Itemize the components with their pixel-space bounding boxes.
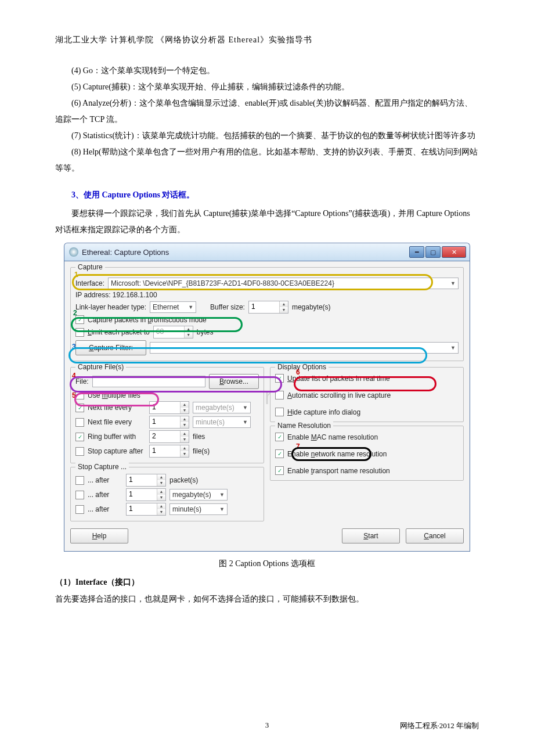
titlebar: Ethereal: Capture Options ━ ▢ ✕ — [64, 243, 470, 261]
ring-checkbox[interactable]: ✓ — [75, 433, 84, 441]
stop-size-label: ... after — [88, 491, 122, 499]
annot-num-5: 5 — [72, 391, 76, 399]
interface-label: Interface: — [75, 279, 104, 287]
net-label: Enable network name resolution — [287, 450, 387, 458]
trans-checkbox[interactable]: ✓ — [275, 466, 284, 475]
annot-num-6: 6 — [296, 368, 300, 376]
file-input[interactable] — [92, 376, 205, 387]
section3-body: 要想获得一个跟踪记录，我们首先从 Capture(捕获)菜单中选择“Captur… — [55, 206, 479, 238]
nextfile-size-spinner[interactable]: ▲▼ — [149, 401, 189, 414]
stop-packets-checkbox[interactable] — [75, 476, 84, 485]
sub1-heading: （1）Interface（接口） — [55, 577, 479, 588]
buffer-size-label: Buffer size: — [210, 303, 245, 311]
stop-time-label: ... after — [88, 505, 122, 513]
nextfile-size-unit[interactable]: megabyte(s)▼ — [193, 402, 251, 413]
stop-time-spinner[interactable]: ▲▼ — [126, 503, 166, 516]
limit-checkbox[interactable] — [75, 328, 84, 337]
nextfile-time-unit[interactable]: minute(s)▼ — [193, 416, 251, 428]
annot-num-2: 2 — [73, 309, 77, 317]
display-group-title: Display Options — [275, 363, 329, 371]
capture-filter-combo[interactable]: ▼ — [150, 342, 459, 354]
annot-num-3: 3 — [72, 343, 76, 351]
stop-packets-spinner[interactable]: ▲▼ — [126, 474, 166, 487]
stop-after-label: Stop capture after — [88, 447, 146, 455]
promiscuous-label: Capture packets in promiscuous mode — [88, 316, 207, 324]
stop-time-unit[interactable]: minute(s)▼ — [169, 503, 228, 515]
mac-label: Enable MAC name resolution — [287, 433, 378, 441]
limit-input[interactable] — [154, 326, 184, 337]
figure-caption: 图 2 Caption Options 选项框 — [55, 559, 479, 569]
interface-select[interactable]: Microsoft: \Device\NPF_{B81B723F-A2D1-4D… — [108, 278, 459, 289]
multi-files-checkbox[interactable] — [75, 391, 84, 399]
page-footer: 3 网络工程系·2012 年编制 — [55, 721, 479, 730]
capture-group-title: Capture — [75, 263, 105, 271]
capture-options-dialog: www.zixin.com.cn Ethereal: Capture Optio… — [64, 243, 470, 552]
stop-time-checkbox[interactable] — [75, 505, 84, 514]
trans-label: Enable transport name resolution — [287, 467, 390, 475]
help-button[interactable]: Help — [70, 528, 128, 543]
buffer-size-input[interactable] — [249, 301, 279, 312]
nextfile-time-label: Next file every — [88, 418, 146, 426]
annot-num-1: 1 — [74, 271, 78, 279]
sub1-body: 首先要选择合适的接口，也就是网卡，如何不选择合适的接口，可能捕获不到数据包。 — [55, 591, 479, 607]
file-label: File: — [75, 377, 89, 386]
chevron-down-icon: ▼ — [188, 304, 193, 310]
update-checkbox[interactable]: ✓ — [275, 374, 284, 383]
stop-size-unit[interactable]: megabyte(s)▼ — [169, 489, 228, 501]
annot-num-7: 7 — [296, 442, 300, 451]
nameres-group-title: Name Resolution — [275, 422, 333, 430]
chevron-down-icon: ▼ — [450, 280, 456, 286]
maximize-button[interactable]: ▢ — [425, 246, 441, 258]
para-6: (6) Analyze(分析)：这个菜单包含编辑显示过滤、enable(开)或 … — [55, 95, 479, 128]
nextfile-size-checkbox[interactable]: ✓ — [75, 404, 84, 412]
buffer-unit: megabyte(s) — [292, 303, 331, 311]
window-title: Ethereal: Capture Options — [82, 248, 169, 257]
files-group-title: Capture File(s) — [75, 363, 126, 371]
multi-files-label: Use multiple files — [88, 391, 140, 399]
limit-label: Limit each packet to — [88, 328, 150, 336]
link-layer-label: Link-layer header type: — [75, 303, 146, 311]
browse-button[interactable]: Browse... — [209, 374, 259, 389]
nextfile-time-spinner[interactable]: ▲▼ — [149, 416, 189, 429]
stop-after-spinner[interactable]: ▲▼ — [149, 445, 189, 458]
stop-packets-label: ... after — [88, 476, 122, 484]
para-4: (4) Go：这个菜单实现转到一个特定包。 — [55, 63, 479, 79]
hide-checkbox[interactable] — [275, 408, 284, 416]
ip-address-label: IP address: 192.168.1.100 — [75, 291, 157, 299]
stop-size-checkbox[interactable] — [75, 491, 84, 499]
limit-unit: bytes — [197, 328, 214, 336]
limit-spinner[interactable]: ▲▼ — [153, 326, 193, 339]
app-icon — [69, 247, 78, 257]
chevron-down-icon: ▼ — [450, 345, 456, 351]
capture-filter-button[interactable]: Capture Filter: — [75, 340, 146, 355]
cancel-button[interactable]: Cancel — [406, 528, 464, 543]
stop-size-spinner[interactable]: ▲▼ — [126, 488, 166, 501]
stop-group-title: Stop Capture ... — [75, 463, 129, 471]
mac-checkbox[interactable]: ✓ — [275, 433, 284, 441]
update-label: Update list of packets in real time — [287, 375, 390, 383]
para-7: (7) Statistics(统计)：该菜单完成统计功能。包括捕获的包的一个摘要… — [55, 128, 479, 144]
interface-value: Microsoft: \Device\NPF_{B81B723F-A2D1-4D… — [111, 279, 334, 287]
ring-spinner[interactable]: ▲▼ — [149, 430, 189, 443]
page-header: 湖北工业大学 计算机学院 《网络协议分析器 Ethereal》实验指导书 — [55, 35, 479, 45]
ring-label: Ring buffer with — [88, 433, 146, 441]
close-button[interactable]: ✕ — [442, 246, 466, 258]
buffer-size-spinner[interactable]: ▲▼ — [248, 301, 288, 314]
annot-num-4: 4 — [72, 372, 76, 380]
minimize-button[interactable]: ━ — [409, 246, 424, 258]
autoscroll-checkbox[interactable] — [275, 391, 284, 399]
net-checkbox[interactable]: ✓ — [275, 449, 284, 458]
para-5: (5) Capture(捕获)：这个菜单实现开始、停止捕获，编辑捕获过滤条件的功… — [55, 79, 479, 95]
stop-after-checkbox[interactable] — [75, 447, 84, 456]
start-button[interactable]: Start — [342, 528, 400, 543]
link-layer-select[interactable]: Ethernet ▼ — [150, 301, 196, 313]
ring-unit: files — [193, 433, 205, 441]
stop-packets-unit: packet(s) — [169, 476, 198, 484]
footer-right: 网络工程系·2012 年编制 — [400, 721, 479, 731]
stop-after-unit: file(s) — [193, 447, 210, 455]
hide-label: Hide capture info dialog — [287, 408, 360, 416]
nextfile-size-label: Next file every — [88, 404, 146, 412]
para-8: (8) Help(帮助)这个菜单包含了一些对用户有用的信息。比如基本帮助、支持的… — [55, 144, 479, 177]
nextfile-time-checkbox[interactable] — [75, 418, 84, 427]
autoscroll-label: Automatic scrolling in live capture — [287, 391, 391, 399]
